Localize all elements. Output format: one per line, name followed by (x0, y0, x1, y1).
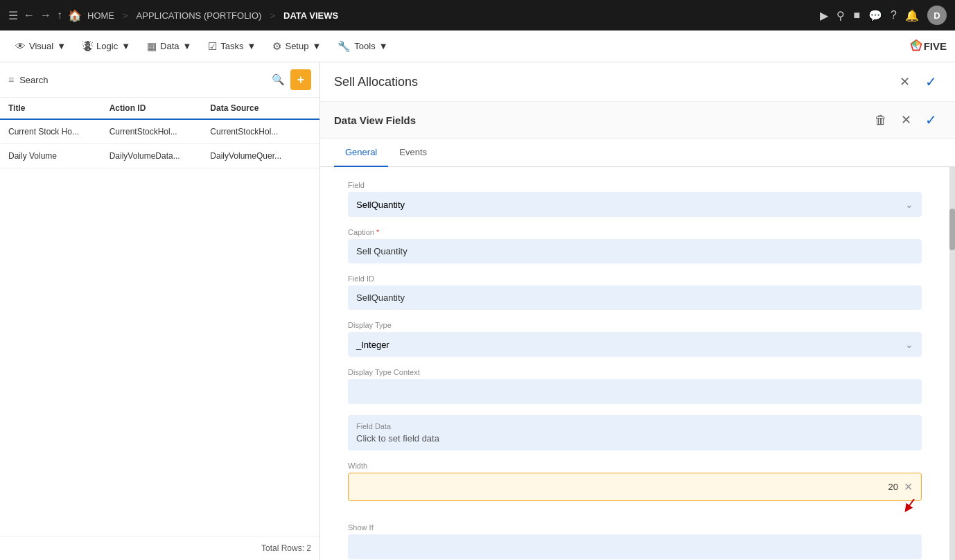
app-label[interactable]: APPLICATIONS (PORTFOLIO) (137, 10, 262, 21)
row2-data-source: DailyVolumeQuer... (210, 151, 311, 161)
search-icon[interactable]: 🔍 (272, 73, 285, 86)
table-row[interactable]: Current Stock Ho... CurrentStockHol... C… (0, 120, 319, 144)
menu-data[interactable]: ▦ Data ▼ (140, 36, 198, 57)
tasks-label: Tasks (220, 41, 243, 51)
sub-panel-delete-button[interactable]: 🗑 (870, 112, 891, 129)
display-type-dropdown[interactable]: _Integer ⌄ (348, 332, 922, 357)
tab-events[interactable]: Events (388, 139, 438, 167)
caption-input[interactable] (348, 239, 922, 263)
field-id-input[interactable] (348, 286, 922, 310)
stop-icon[interactable]: ■ (853, 9, 860, 21)
logic-chevron: ▼ (121, 41, 130, 51)
row2-title: Daily Volume (8, 151, 109, 161)
row1-data-source: CurrentStockHol... (210, 127, 311, 137)
tab-general[interactable]: General (334, 139, 388, 167)
scrollbar[interactable] (949, 167, 955, 560)
logic-icon: ⛇ (82, 40, 93, 52)
field-group-display-type: Display Type _Integer ⌄ (348, 321, 922, 357)
avatar[interactable]: D (927, 6, 947, 25)
svg-line-4 (907, 499, 914, 509)
field-group-field-id: Field ID (348, 274, 922, 310)
setup-chevron: ▼ (312, 41, 321, 51)
setup-icon: ⚙ (272, 40, 281, 53)
search-icon[interactable]: ⚲ (836, 9, 845, 22)
field-chevron-icon: ⌄ (905, 199, 913, 210)
data-views-label[interactable]: DATA VIEWS (283, 10, 338, 21)
field-group-display-type-context: Display Type Context (348, 368, 922, 404)
field-dropdown[interactable]: SellQuantity ⌄ (348, 192, 922, 217)
sub-panel-header: Data View Fields 🗑 ✕ ✓ (320, 102, 955, 139)
table-row[interactable]: Daily Volume DailyVolumeData... DailyVol… (0, 144, 319, 168)
field-group-field-data: Field Data Click to set field data (348, 415, 922, 450)
display-type-chevron-icon: ⌄ (905, 339, 913, 350)
top-nav: ☰ ← → ↑ 🏠 HOME > APPLICATIONS (PORTFOLIO… (0, 0, 955, 30)
width-input-wrapper: 20 ✕ (348, 473, 922, 501)
hamburger-icon[interactable]: ☰ (8, 9, 18, 22)
menu-visual[interactable]: 👁 Visual ▼ (8, 36, 73, 56)
field-data-link[interactable]: Click to set field data (356, 433, 913, 444)
back-icon[interactable]: ← (24, 9, 35, 21)
add-button[interactable]: + (290, 69, 311, 90)
panel-save-button[interactable]: ✓ (921, 72, 941, 91)
field-label: Field (348, 181, 922, 189)
search-input[interactable] (19, 75, 266, 85)
play-icon[interactable]: ▶ (820, 9, 828, 22)
row2-action-id: DailyVolumeData... (109, 151, 211, 161)
home-label[interactable]: HOME (87, 10, 114, 21)
field-group-caption: Caption (348, 228, 922, 263)
field-data-wrapper[interactable]: Field Data Click to set field data (348, 415, 922, 450)
display-type-context-input[interactable] (348, 379, 922, 404)
data-label: Data (160, 41, 179, 51)
display-type-context-label: Display Type Context (348, 368, 922, 376)
sub-panel-actions: 🗑 ✕ ✓ (870, 110, 941, 130)
tools-chevron: ▼ (379, 41, 388, 51)
width-clear-icon[interactable]: ✕ (904, 480, 913, 493)
tools-label: Tools (354, 41, 375, 51)
field-data-label: Field Data (356, 422, 913, 430)
sub-panel-title: Data View Fields (334, 114, 416, 126)
row1-action-id: CurrentStockHol... (109, 127, 211, 137)
bell-icon[interactable]: 🔔 (905, 9, 919, 22)
chat-icon[interactable]: 💬 (868, 9, 882, 22)
five-text: FIVE (924, 40, 947, 52)
sub-panel-save-button[interactable]: ✓ (921, 110, 941, 130)
up-icon[interactable]: ↑ (57, 9, 62, 21)
sub-panel-close-button[interactable]: ✕ (897, 111, 915, 129)
menu-tools[interactable]: 🔧 Tools ▼ (331, 36, 394, 57)
field-group-show-if: Show If (348, 523, 922, 559)
menu-setup[interactable]: ⚙ Setup ▼ (265, 36, 328, 57)
tabs: General Events (320, 139, 955, 167)
sidebar-footer: Total Rows: 2 (0, 536, 319, 560)
width-label: Width (348, 462, 922, 470)
visual-chevron: ▼ (57, 41, 66, 51)
panel-title: Sell Allocations (334, 75, 418, 89)
filter-icon: ≡ (8, 74, 14, 85)
logic-label: Logic (96, 41, 118, 51)
menu-logic[interactable]: ⛇ Logic ▼ (76, 36, 137, 56)
help-icon[interactable]: ? (891, 9, 897, 21)
menu-tasks[interactable]: ☑ Tasks ▼ (201, 36, 263, 57)
five-logo-icon (909, 39, 924, 54)
width-value: 20 (888, 482, 898, 492)
top-nav-actions: ▶ ⚲ ■ 💬 ? 🔔 D (820, 6, 947, 25)
display-type-label: Display Type (348, 321, 922, 329)
panel-header-actions: ✕ ✓ (895, 72, 941, 91)
caption-label: Caption (348, 228, 922, 236)
col-data-source: Data Source (210, 103, 311, 113)
data-chevron: ▼ (182, 41, 191, 51)
setup-label: Setup (285, 41, 308, 51)
form-content: Field SellQuantity ⌄ Caption Field ID (320, 167, 949, 560)
visual-label: Visual (29, 41, 53, 51)
sidebar-search: ≡ 🔍 + (0, 62, 319, 98)
show-if-input[interactable] (348, 534, 922, 559)
forward-icon[interactable]: → (40, 9, 51, 21)
data-icon: ▦ (147, 40, 157, 53)
field-id-label: Field ID (348, 274, 922, 283)
tasks-icon: ☑ (208, 40, 217, 53)
home-icon[interactable]: 🏠 (68, 9, 82, 22)
field-group-field: Field SellQuantity ⌄ (348, 181, 922, 217)
arrow-indicator (904, 499, 918, 513)
total-rows: Total Rows: 2 (261, 543, 311, 553)
panel-close-button[interactable]: ✕ (895, 73, 914, 91)
scroll-thumb[interactable] (949, 209, 955, 250)
